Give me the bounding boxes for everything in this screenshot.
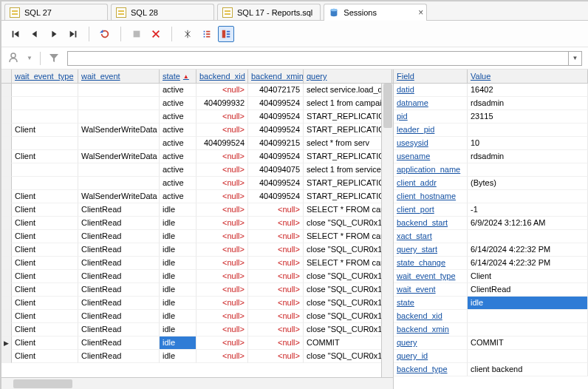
stop-button[interactable] [129, 26, 145, 42]
cell-backend_xmin[interactable]: 404099215 [248, 137, 304, 150]
cell-wait_event_type[interactable]: Client [12, 283, 78, 297]
cell-query[interactable]: close "SQL_CUR0x154 [304, 283, 392, 297]
chevron-down-icon[interactable]: ▼ [27, 55, 33, 61]
detail-row-wait_event[interactable]: wait_eventClientRead [394, 283, 588, 297]
cell-wait_event_type[interactable]: Client [12, 297, 78, 310]
cell-backend_xmin[interactable]: 404099524 [248, 177, 304, 190]
detail-value[interactable] [468, 163, 588, 177]
session-row[interactable]: ClientWalSenderWriteDataactive<null>4040… [1, 150, 393, 163]
cell-wait_event_type[interactable] [12, 137, 78, 150]
cell-query[interactable]: SELECT * FROM camp [304, 230, 392, 243]
detail-row-query[interactable]: queryCOMMIT [394, 336, 588, 350]
user-filter-icon[interactable] [7, 52, 19, 65]
detail-value[interactable]: 6/14/2024 4:22:32 PM [468, 257, 588, 270]
cell-wait_event_type[interactable]: Client [12, 310, 78, 323]
filter-input[interactable] [67, 51, 569, 66]
detail-value[interactable]: idle [468, 297, 588, 310]
cell-query[interactable]: START_REPLICATION [304, 190, 392, 203]
cell-wait_event_type[interactable] [12, 97, 78, 110]
tab-sql-28[interactable]: SQL 28 [111, 4, 214, 20]
cell-query[interactable]: START_REPLICATION [304, 124, 392, 137]
session-row[interactable]: ClientClientReadidle<null><null>close "S… [1, 243, 393, 257]
cell-wait_event[interactable]: ClientRead [78, 243, 160, 257]
cell-backend_xmin[interactable]: <null> [248, 217, 304, 230]
refresh-button[interactable] [97, 26, 113, 42]
detail-value[interactable]: 6/9/2024 3:12:16 AM [468, 217, 588, 230]
cell-backend_xmin[interactable]: 404099524 [248, 97, 304, 110]
session-row[interactable]: active404099524404099215select * from se… [1, 137, 393, 150]
cell-backend_xid[interactable]: <null> [196, 124, 248, 137]
detail-row-datid[interactable]: datid16402 [394, 84, 588, 97]
nav-last-button[interactable] [65, 26, 81, 42]
cell-backend_xmin[interactable]: <null> [248, 310, 304, 323]
cell-state[interactable]: idle [160, 270, 196, 283]
col-backend_xmin[interactable]: backend_xmin [248, 70, 304, 83]
detail-value[interactable]: COMMIT [468, 336, 588, 350]
cell-state[interactable]: active [160, 110, 196, 124]
cell-wait_event[interactable]: WalSenderWriteData [78, 190, 160, 203]
cell-wait_event[interactable]: WalSenderWriteData [78, 124, 160, 137]
cell-wait_event[interactable]: ClientRead [78, 350, 160, 363]
cell-wait_event[interactable]: ClientRead [78, 230, 160, 243]
session-row[interactable]: active<null>404099524START_REPLICATION [1, 177, 393, 190]
detail-value[interactable]: -1 [468, 203, 588, 217]
cell-query[interactable]: close "SQL_CUR0x154 [304, 270, 392, 283]
col-field[interactable]: Field [394, 70, 468, 83]
session-row[interactable]: ClientClientReadidle<null><null>SELECT *… [1, 203, 393, 217]
session-row[interactable]: ClientClientReadidle<null><null>close "S… [1, 217, 393, 230]
terminate-button[interactable] [148, 26, 164, 42]
cell-backend_xid[interactable]: 404099524 [196, 137, 248, 150]
cell-state[interactable]: idle [160, 217, 196, 230]
detail-row-datname[interactable]: datnamerdsadmin [394, 97, 588, 110]
col-wait_event_type[interactable]: wait_event_type [12, 70, 78, 83]
detail-value[interactable] [468, 323, 588, 336]
detail-value[interactable] [468, 350, 588, 363]
cell-wait_event[interactable]: ClientRead [78, 336, 160, 350]
cell-state[interactable]: idle [160, 230, 196, 243]
cell-state[interactable]: active [160, 124, 196, 137]
cell-backend_xmin[interactable]: 404094075 [248, 163, 304, 177]
cell-state[interactable]: active [160, 177, 196, 190]
filter-dropdown-button[interactable]: ▼ [569, 51, 582, 66]
col-query[interactable]: query [304, 70, 392, 83]
cell-query[interactable]: close "SQL_CUR0x154 [304, 217, 392, 230]
cell-wait_event[interactable]: ClientRead [78, 310, 160, 323]
detail-row-backend_xmin[interactable]: backend_xmin [394, 323, 588, 336]
funnel-icon[interactable] [48, 52, 60, 65]
cell-backend_xid[interactable]: <null> [196, 230, 248, 243]
cell-wait_event_type[interactable]: Client [12, 270, 78, 283]
detail-value[interactable] [468, 190, 588, 203]
cell-wait_event_type[interactable]: Client [12, 336, 78, 350]
cell-state[interactable]: idle [160, 323, 196, 336]
cell-backend_xid[interactable]: <null> [196, 190, 248, 203]
detail-row-wait_event_type[interactable]: wait_event_typeClient [394, 270, 588, 283]
cell-state[interactable]: active [160, 150, 196, 163]
col-value[interactable]: Value [468, 70, 588, 83]
cell-state[interactable]: idle [160, 310, 196, 323]
cell-wait_event_type[interactable]: Client [12, 150, 78, 163]
cell-backend_xid[interactable]: <null> [196, 283, 248, 297]
details-grid-body[interactable]: datid16402datnamerdsadminpid23115leader_… [394, 84, 588, 389]
detail-view-button[interactable] [218, 26, 234, 42]
cell-backend_xid[interactable]: 404099932 [196, 97, 248, 110]
cell-wait_event[interactable]: ClientRead [78, 217, 160, 230]
session-row[interactable]: active<null>404099524START_REPLICATION [1, 110, 393, 124]
detail-row-client_port[interactable]: client_port-1 [394, 203, 588, 217]
cell-wait_event_type[interactable]: Client [12, 350, 78, 363]
session-row[interactable]: ClientClientReadidle<null><null>close "S… [1, 270, 393, 283]
cell-wait_event[interactable] [78, 137, 160, 150]
cell-backend_xmin[interactable]: 404072175 [248, 84, 304, 97]
cell-backend_xid[interactable]: <null> [196, 217, 248, 230]
cell-wait_event[interactable] [78, 84, 160, 97]
tab-sessions[interactable]: Sessions× [324, 4, 427, 21]
cell-query[interactable]: select 1 from service.l [304, 163, 392, 177]
cell-query[interactable]: close "SQL_CUR0x154 [304, 310, 392, 323]
cell-query[interactable]: SELECT * FROM camp [304, 257, 392, 270]
cell-wait_event[interactable]: ClientRead [78, 203, 160, 217]
cell-query[interactable]: START_REPLICATION [304, 110, 392, 124]
cell-backend_xmin[interactable]: <null> [248, 270, 304, 283]
cell-backend_xid[interactable]: <null> [196, 336, 248, 350]
cell-backend_xid[interactable]: <null> [196, 163, 248, 177]
horizontal-scrollbar[interactable] [1, 377, 393, 389]
cell-backend_xmin[interactable]: 404099524 [248, 150, 304, 163]
